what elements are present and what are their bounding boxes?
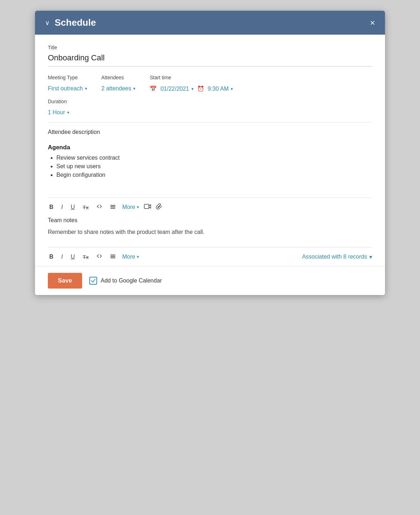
checkmark-icon — [91, 278, 96, 283]
header-left: ∨ Schedule — [45, 17, 96, 28]
svg-rect-5 — [110, 256, 115, 257]
more-caret-2: ▾ — [137, 254, 139, 259]
agenda-heading: Agenda — [48, 144, 372, 151]
bold-button-2[interactable]: B — [48, 253, 55, 261]
title-label: Title — [48, 45, 372, 50]
attendees-label: Attendees — [101, 75, 136, 80]
meeting-type-label: Meeting Type — [48, 75, 87, 80]
start-date-caret: ▾ — [191, 86, 194, 91]
italic-button-2[interactable]: I — [60, 253, 64, 261]
more-caret-1: ▾ — [137, 205, 139, 210]
google-cal-checkbox[interactable] — [89, 277, 97, 285]
attendee-desc-label: Attendee description — [48, 129, 372, 135]
underline-button-1[interactable]: U — [69, 203, 76, 211]
meeting-type-caret: ▾ — [85, 86, 87, 91]
modal-header: ∨ Schedule × — [35, 11, 385, 35]
start-date-dropdown[interactable]: 01/22/2021 ▾ — [160, 86, 193, 92]
start-time-value: 9:30 AM — [208, 86, 229, 92]
team-notes-section: Team notes Remember to share notes with … — [48, 216, 372, 236]
start-time-group: Start time 📅 01/22/2021 ▾ ⏰ 9:30 AM ▾ — [150, 75, 233, 92]
attendees-value: 2 attendees — [101, 85, 131, 92]
associated-records-caret: ▾ — [369, 254, 372, 260]
modal-footer: Save Add to Google Calendar — [35, 266, 385, 295]
svg-rect-2 — [110, 208, 115, 209]
list-icon-2-svg — [110, 254, 116, 259]
more-label-1: More — [122, 204, 135, 210]
meeting-type-group: Meeting Type First outreach ▾ — [48, 75, 87, 92]
save-button[interactable]: Save — [48, 273, 82, 289]
svg-rect-3 — [144, 204, 149, 209]
link-icon — [96, 204, 102, 209]
code-button-1[interactable] — [95, 203, 104, 211]
strikethrough-button-1[interactable]: Tx — [81, 204, 90, 211]
duration-dropdown[interactable]: 1 Hour ▾ — [48, 109, 372, 116]
start-time-dropdown[interactable]: 9:30 AM ▾ — [208, 86, 233, 92]
modal-body: Title Meeting Type First outreach ▾ Atte… — [35, 35, 385, 266]
start-time-fields: 📅 01/22/2021 ▾ ⏰ 9:30 AM ▾ — [150, 85, 233, 92]
list-item: Review services contract — [56, 155, 372, 161]
schedule-modal: ∨ Schedule × Title Meeting Type First ou… — [35, 11, 385, 295]
agenda-list: Review services contract Set up new user… — [48, 155, 372, 178]
divider-1 — [48, 122, 372, 122]
calendar-icon: 📅 — [150, 85, 157, 92]
associated-records-dropdown[interactable]: Associated with 8 records ▾ — [302, 254, 372, 260]
italic-button-1[interactable]: I — [60, 203, 64, 211]
start-date-value: 01/22/2021 — [160, 86, 189, 92]
more-label-2: More — [122, 254, 135, 260]
associated-records-label: Associated with 8 records — [302, 254, 367, 260]
more-button-2[interactable]: More ▾ — [122, 254, 139, 260]
video-icon-1[interactable] — [144, 204, 151, 211]
toolbar-2-left: B I U Tx More ▾ — [48, 252, 139, 261]
google-cal-label: Add to Google Calendar — [101, 278, 162, 284]
google-cal-option[interactable]: Add to Google Calendar — [89, 277, 162, 285]
meeting-type-dropdown[interactable]: First outreach ▾ — [48, 85, 87, 92]
toolbar-1: B I U Tx More ▾ — [48, 198, 372, 216]
meeting-type-value: First outreach — [48, 85, 83, 92]
start-time-caret: ▾ — [231, 86, 233, 91]
attendees-group: Attendees 2 attendees ▾ — [101, 75, 136, 92]
svg-rect-0 — [110, 205, 115, 206]
duration-group: Duration 1 Hour ▾ — [48, 99, 372, 116]
fields-row: Meeting Type First outreach ▾ Attendees … — [48, 75, 372, 92]
strikethrough-button-2[interactable]: Tx — [81, 253, 90, 261]
list-icon-svg — [110, 204, 116, 210]
svg-rect-4 — [110, 255, 115, 255]
more-button-1[interactable]: More ▾ — [122, 204, 139, 210]
list-item: Begin configuration — [56, 172, 372, 178]
duration-caret: ▾ — [67, 110, 69, 115]
underline-button-2[interactable]: U — [69, 253, 76, 261]
svg-rect-1 — [110, 206, 115, 207]
modal-title: Schedule — [55, 17, 96, 28]
duration-value: 1 Hour — [48, 109, 65, 116]
code-button-2[interactable] — [95, 252, 104, 261]
list-item: Set up new users — [56, 163, 372, 170]
attendees-dropdown[interactable]: 2 attendees ▾ — [101, 85, 136, 92]
team-notes-label: Team notes — [48, 217, 372, 224]
attach-icon-1[interactable] — [156, 203, 162, 211]
duration-label: Duration — [48, 99, 372, 104]
attendee-desc-editor[interactable]: Agenda Review services contract Set up n… — [48, 140, 372, 198]
start-time-label: Start time — [150, 75, 233, 80]
attach-icon-svg — [156, 203, 162, 210]
link-icon-2 — [96, 253, 102, 259]
video-icon-svg — [144, 204, 151, 209]
svg-rect-6 — [110, 258, 115, 258]
list-button-2[interactable] — [109, 253, 117, 261]
toolbar-2: B I U Tx More ▾ — [48, 247, 372, 266]
close-icon[interactable]: × — [370, 18, 375, 28]
bold-button-1[interactable]: B — [48, 203, 55, 211]
collapse-icon[interactable]: ∨ — [45, 19, 50, 27]
attendees-caret: ▾ — [133, 86, 135, 91]
title-input[interactable] — [48, 53, 372, 67]
list-button-1[interactable] — [109, 203, 117, 211]
team-notes-text[interactable]: Remember to share notes with the product… — [48, 228, 372, 236]
clock-icon: ⏰ — [197, 85, 204, 92]
